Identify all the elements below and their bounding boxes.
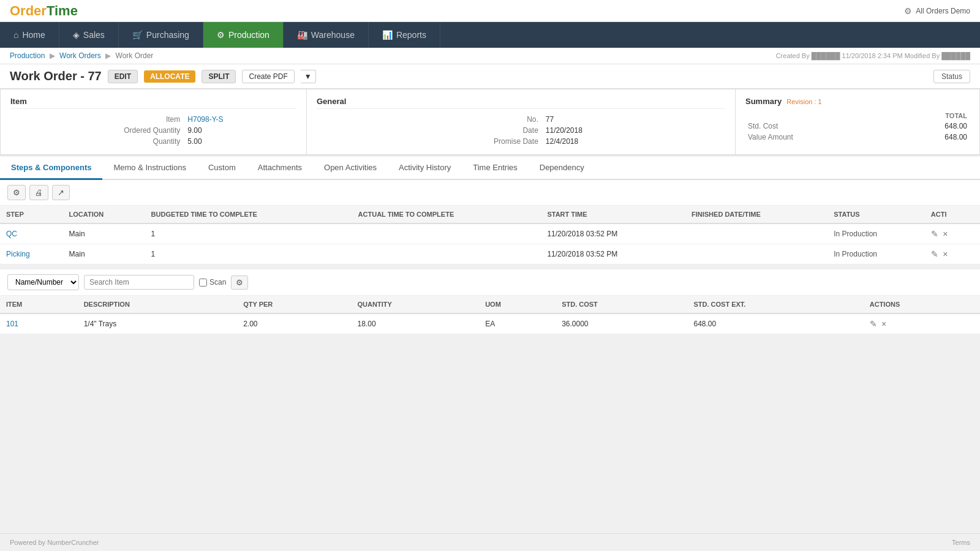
qty-row: Quantity 5.00: [10, 136, 296, 147]
item-value[interactable]: H7098-Y-S: [185, 114, 296, 125]
top-right-menu: ⚙ All Orders Demo: [904, 6, 970, 16]
status-button[interactable]: Status: [933, 70, 970, 83]
summary-panel-title: Summary Revision : 1: [745, 97, 970, 106]
tab-attachments[interactable]: Attachments: [247, 157, 313, 180]
value-amount-value: 648.00: [891, 132, 970, 143]
edit-step-qc-icon[interactable]: ✎: [931, 229, 938, 239]
create-pdf-button[interactable]: Create PDF: [242, 70, 294, 83]
promise-date-row: Promise Date 12/4/2018: [317, 136, 725, 147]
step-picking-budgeted: 1: [145, 244, 352, 264]
step-qc-actual: [352, 223, 541, 244]
delete-step-qc-icon[interactable]: ×: [943, 229, 948, 239]
comp-item-101-actions: ✎ ×: [864, 313, 980, 334]
date-label: Date: [317, 125, 543, 136]
info-panels: Item Item H7098-Y-S Ordered Quantity 9.0…: [0, 89, 980, 156]
col-actual-time: ACTUAL TIME TO COMPLETE: [352, 206, 541, 223]
tabs-bar: Steps & Components Memo & Instructions C…: [0, 157, 980, 180]
tab-custom[interactable]: Custom: [197, 157, 247, 180]
qty-value: 5.00: [185, 136, 296, 147]
step-picking-link[interactable]: Picking: [6, 250, 30, 258]
nav-warehouse-label: Warehouse: [311, 30, 355, 40]
scan-checkbox[interactable]: [199, 279, 207, 287]
gear-icon[interactable]: ⚙: [904, 6, 912, 16]
summary-panel: Summary Revision : 1 TOTAL Std. Cost 648…: [735, 89, 980, 155]
production-icon: ⚙: [217, 30, 225, 40]
breadcrumb-production[interactable]: Production: [10, 51, 45, 60]
warehouse-icon: 🏭: [297, 30, 307, 40]
steps-toolbar: ⚙ 🖨 ↗: [0, 180, 980, 206]
std-cost-value: 648.00: [891, 121, 970, 132]
nav-warehouse[interactable]: 🏭 Warehouse: [284, 22, 369, 48]
ordered-qty-label: Ordered Quantity: [10, 125, 185, 136]
tab-memo[interactable]: Memo & Instructions: [102, 157, 197, 180]
step-qc-finished: [685, 223, 827, 244]
edit-button[interactable]: EDIT: [108, 70, 138, 83]
settings-tool-button[interactable]: ⚙: [7, 185, 26, 200]
breadcrumb-current: Work Order: [116, 51, 154, 60]
all-orders-demo-label: All Orders Demo: [916, 7, 970, 15]
nav-bar: ⌂ Home ◈ Sales 🛒 Purchasing ⚙ Production…: [0, 22, 980, 48]
nav-purchasing[interactable]: 🛒 Purchasing: [119, 22, 203, 48]
allocate-button[interactable]: ALLOCATE: [144, 70, 195, 83]
breadcrumb-work-orders[interactable]: Work Orders: [59, 51, 101, 60]
nav-home-label: Home: [22, 30, 45, 40]
search-item-input[interactable]: [84, 275, 194, 290]
name-number-filter[interactable]: Name/Number: [7, 274, 79, 290]
table-row: Picking Main 1 11/20/2018 03:52 PM In Pr…: [0, 244, 980, 264]
step-picking-start: 11/20/2018 03:52 PM: [541, 244, 685, 264]
delete-comp-101-icon[interactable]: ×: [881, 319, 886, 329]
tab-time-entries[interactable]: Time Entries: [462, 157, 528, 180]
page-title: Work Order - 77: [10, 69, 102, 83]
comp-col-description: DESCRIPTION: [78, 296, 238, 313]
col-finished: FINISHED DATE/TIME: [685, 206, 827, 223]
reports-icon: 📊: [382, 30, 393, 40]
step-qc-link[interactable]: QC: [6, 230, 17, 238]
summary-total-header: TOTAL: [891, 111, 970, 121]
logo: OrderTime: [10, 3, 78, 19]
std-cost-row: Std. Cost 648.00: [745, 121, 970, 132]
export-tool-button[interactable]: ↗: [52, 185, 70, 200]
summary-label-header: [745, 111, 891, 121]
comp-col-item: ITEM: [0, 296, 78, 313]
purchasing-icon: 🛒: [132, 30, 143, 40]
logo-order: Order: [10, 3, 47, 18]
nav-sales[interactable]: ◈ Sales: [59, 22, 119, 48]
date-row: Date 11/20/2018: [317, 125, 725, 136]
comp-item-101-link[interactable]: 101: [6, 320, 18, 328]
tab-steps-components[interactable]: Steps & Components: [0, 157, 102, 180]
edit-comp-101-icon[interactable]: ✎: [870, 319, 877, 329]
no-row: No. 77: [317, 114, 725, 125]
comp-col-std-cost: STD. COST: [556, 296, 687, 313]
component-settings-button[interactable]: ⚙: [231, 276, 248, 290]
breadcrumb-bar: Production ▶ Work Orders ▶ Work Order Cr…: [0, 48, 980, 64]
tab-activity-history[interactable]: Activity History: [388, 157, 462, 180]
print-tool-button[interactable]: 🖨: [29, 185, 48, 200]
scan-label: Scan: [199, 278, 226, 287]
revision-badge: Revision : 1: [786, 98, 821, 105]
step-picking-status: In Production: [827, 244, 925, 264]
nav-home[interactable]: ⌂ Home: [0, 22, 59, 48]
nav-production[interactable]: ⚙ Production: [203, 22, 284, 48]
promise-date-label: Promise Date: [317, 136, 543, 147]
nav-purchasing-label: Purchasing: [146, 30, 189, 40]
list-item: 101 1/4" Trays 2.00 18.00 EA 36.0000 648…: [0, 313, 980, 334]
edit-step-picking-icon[interactable]: ✎: [931, 249, 938, 259]
delete-step-picking-icon[interactable]: ×: [943, 249, 948, 259]
split-button[interactable]: SPLIT: [202, 70, 236, 83]
item-label: Item: [10, 114, 185, 125]
tab-dependency[interactable]: Dependency: [529, 157, 595, 180]
step-picking-actual: [352, 244, 541, 264]
tab-open-activities[interactable]: Open Activities: [313, 157, 388, 180]
components-table: ITEM DESCRIPTION QTY PER QUANTITY UOM ST…: [0, 296, 980, 334]
step-qc-status: In Production: [827, 223, 925, 244]
col-actions: ACTI: [925, 206, 980, 223]
col-location: LOCATION: [63, 206, 145, 223]
pdf-dropdown-button[interactable]: ▼: [301, 70, 316, 83]
comp-col-actions: ACTIONS: [864, 296, 980, 313]
nav-reports[interactable]: 📊 Reports: [369, 22, 440, 48]
comp-item-101-std-cost-ext: 648.00: [687, 313, 863, 334]
col-start-time: START TIME: [541, 206, 685, 223]
std-cost-label: Std. Cost: [745, 121, 891, 132]
scan-text: Scan: [209, 278, 226, 287]
item-row: Item H7098-Y-S: [10, 114, 296, 125]
